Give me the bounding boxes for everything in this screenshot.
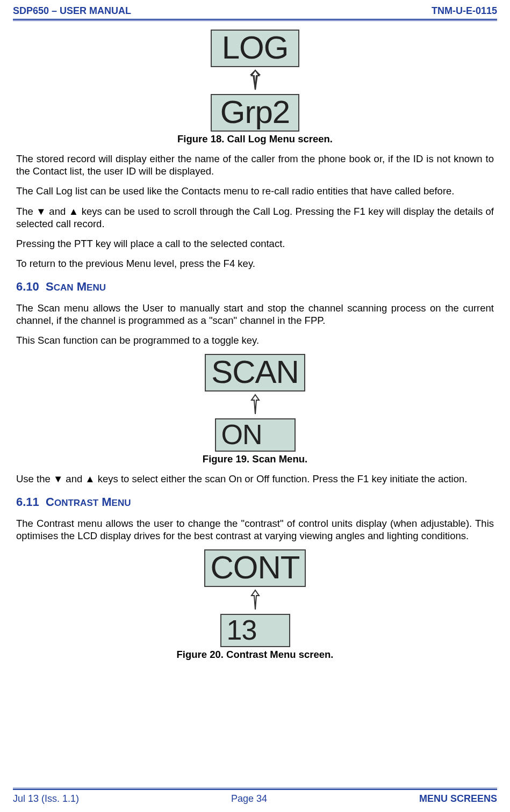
- section-number: 6.10: [16, 280, 39, 293]
- paragraph: The stored record will display either th…: [16, 153, 494, 177]
- page-header: SDP650 – USER MANUAL TNM-U-E-0115: [0, 0, 510, 19]
- footer-right: MENU SCREENS: [419, 793, 497, 804]
- section-heading-contrast: 6.11 CONTRAST MENU: [16, 495, 494, 510]
- paragraph: This Scan function can be programmed to …: [16, 334, 494, 346]
- paragraph: Pressing the PTT key will place a call t…: [16, 237, 494, 250]
- header-right: TNM-U-E-0115: [432, 5, 497, 17]
- figure-19: SCAN ON Figure 19. Scan Menu.: [16, 354, 494, 465]
- heading-word: ENU: [87, 282, 106, 293]
- svg-marker-1: [252, 70, 259, 90]
- heading-word: M: [102, 495, 111, 509]
- header-left: SDP650 – USER MANUAL: [13, 5, 131, 17]
- figure-20-caption: Figure 20. Contrast Menu screen.: [16, 648, 494, 661]
- heading-word: M: [77, 280, 87, 293]
- lcd-box-bottom: ON: [215, 418, 296, 452]
- heading-word: CAN: [54, 282, 74, 293]
- footer-center: Page 34: [231, 793, 267, 804]
- content-area: LOG Grp2 Figure 18. Call Log Menu screen…: [0, 21, 510, 661]
- heading-word: C: [46, 495, 54, 509]
- svg-marker-2: [252, 395, 259, 414]
- paragraph: Use the ▼ and ▲ keys to select either th…: [16, 473, 494, 485]
- down-arrow-icon: [247, 589, 263, 612]
- heading-word: ENU: [112, 498, 131, 508]
- figure-18-caption: Figure 18. Call Log Menu screen.: [16, 133, 494, 145]
- heading-word: S: [46, 280, 54, 293]
- section-number: 6.11: [16, 495, 39, 509]
- paragraph: To return to the previous Menu level, pr…: [16, 257, 494, 270]
- lcd-box-top: CONT: [204, 549, 306, 587]
- figure-20: CONT 13 Figure 20. Contrast Menu screen.: [16, 549, 494, 661]
- paragraph: The Scan menu allows the User to manuall…: [16, 302, 494, 327]
- lcd-box-bottom: 13: [220, 614, 290, 647]
- paragraph: The ▼ and ▲ keys can be used to scroll t…: [16, 205, 494, 230]
- lcd-box-top: SCAN: [205, 354, 305, 392]
- page-footer: Jul 13 (Iss. 1.1) Page 34 MENU SCREENS: [0, 788, 510, 812]
- figure-19-caption: Figure 19. Scan Menu.: [16, 453, 494, 465]
- heading-word: ONTRAST: [54, 498, 98, 508]
- section-heading-scan: 6.10 SCAN MENU: [16, 279, 494, 294]
- svg-marker-3: [252, 590, 259, 610]
- down-arrow-icon: [247, 394, 263, 416]
- lcd-box-top: LOG: [211, 30, 299, 67]
- down-arrow-icon: [247, 69, 263, 92]
- footer-left: Jul 13 (Iss. 1.1): [13, 793, 79, 804]
- figure-18: LOG Grp2 Figure 18. Call Log Menu screen…: [16, 30, 494, 145]
- lcd-box-bottom: Grp2: [211, 94, 299, 132]
- paragraph: The Contrast menu allows the user to cha…: [16, 517, 494, 542]
- paragraph: The Call Log list can be used like the C…: [16, 185, 494, 197]
